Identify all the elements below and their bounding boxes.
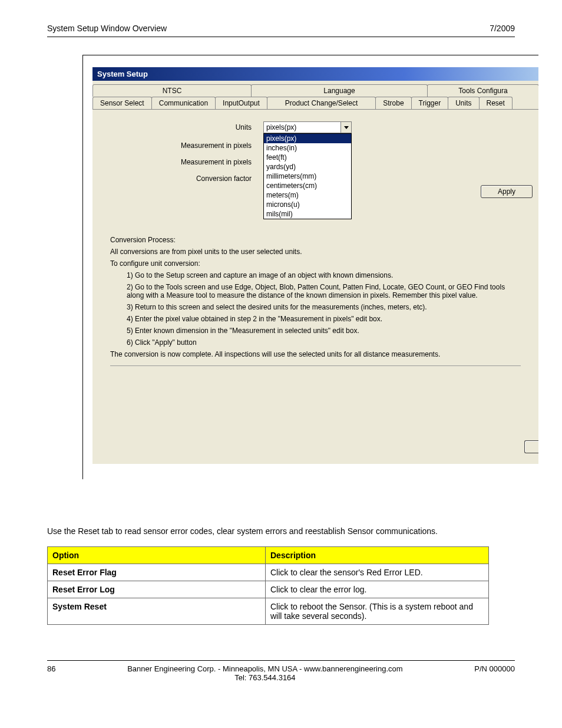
window-title: System Setup [92,67,538,81]
tab-trigger[interactable]: Trigger [411,97,449,109]
tab-sensor-select[interactable]: Sensor Select [92,97,152,109]
tab-units[interactable]: Units [448,97,479,109]
conv-step-6: 6) Click "Apply" button [127,338,521,347]
reset-option-system: System Reset [48,598,266,625]
footer-page-number: 86 [47,664,55,682]
reset-table: Option Description Reset Error Flag Clic… [47,546,489,625]
tab-product-change[interactable]: Product Change/Select [267,97,376,109]
units-option-pixels[interactable]: pixels(px) [264,134,351,143]
bottom-button[interactable] [524,440,538,453]
reset-desc-log: Click to clear the error log. [266,581,489,598]
table-row: System Reset Click to reboot the Sensor.… [48,598,489,625]
tab-tools-config[interactable]: Tools Configura [427,84,538,97]
footer-company: Banner Engineering Corp. - Minneapolis, … [127,664,403,673]
footer-tel: Tel: 763.544.3164 [234,673,295,682]
reset-option-log: Reset Error Log [48,581,266,598]
reset-desc-flag: Click to clear the sensor's Red Error LE… [266,564,489,581]
divider [110,365,521,366]
tab-ntsc[interactable]: NTSC [92,84,252,97]
units-select-value: pixels(px) [266,123,296,131]
apply-button[interactable]: Apply [481,185,533,198]
units-select[interactable]: pixels(px) pixels(px) inches(in) feet(ft… [263,121,352,133]
conv-config-intro: To configure unit conversion: [110,259,521,268]
units-option-inches[interactable]: inches(in) [264,143,351,153]
chevron-down-icon [340,122,351,133]
units-option-microns[interactable]: microns(u) [264,200,351,209]
reset-table-header-option: Option [48,547,266,564]
reset-option-flag: Reset Error Flag [48,564,266,581]
units-option-m[interactable]: meters(m) [264,190,351,200]
tab-input-output[interactable]: InputOutput [215,97,267,109]
conv-step-5: 5) Enter known dimension in the "Measure… [127,327,521,335]
header-right: 7/2009 [490,24,515,33]
reset-heading: Reset [47,503,515,518]
meas-pixels-label: Measurement in pixels [110,141,263,150]
units-option-mils[interactable]: mils(mil) [264,209,351,219]
tab-reset[interactable]: Reset [479,97,513,109]
conv-complete: The conversion is now complete. All insp… [110,350,521,358]
conversion-factor-label: Conversion factor [110,174,263,183]
tab-language[interactable]: Language [251,84,428,97]
units-label: Units [110,123,263,131]
footer-pn: P/N 000000 [474,664,515,682]
table-row: Reset Error Log Click to clear the error… [48,581,489,598]
conv-step-4: 4) Enter the pixel value obtained in ste… [127,315,521,323]
screenshot-frame: System Setup NTSC Language Tools Configu… [82,55,538,479]
table-row: Reset Error Flag Click to clear the sens… [48,564,489,581]
units-option-yards[interactable]: yards(yd) [264,162,351,172]
conv-step-3: 3) Return to this screen and select the … [127,303,521,311]
header-left: System Setup Window Overview [47,24,167,33]
reset-description: Use the Reset tab to read sensor error c… [47,526,515,536]
conv-intro: All conversions are from pixel units to … [110,248,521,256]
tab-strobe[interactable]: Strobe [375,97,411,109]
conv-step-2: 2) Go to the Tools screen and use Edge, … [127,283,521,299]
tab-communication[interactable]: Communication [151,97,216,109]
reset-desc-system: Click to reboot the Sensor. (This is a s… [266,598,489,625]
units-dropdown-list: pixels(px) inches(in) feet(ft) yards(yd)… [263,133,352,219]
conv-step-1: 1) Go to the Setup screen and capture an… [127,271,521,279]
reset-table-header-desc: Description [266,547,489,564]
units-option-cm[interactable]: centimeters(cm) [264,181,351,190]
units-option-feet[interactable]: feet(ft) [264,153,351,162]
meas-pixels2-label: Measurement in pixels [110,158,263,166]
units-option-mm[interactable]: millimeters(mm) [264,172,351,181]
conv-process-heading: Conversion Process: [110,236,521,244]
